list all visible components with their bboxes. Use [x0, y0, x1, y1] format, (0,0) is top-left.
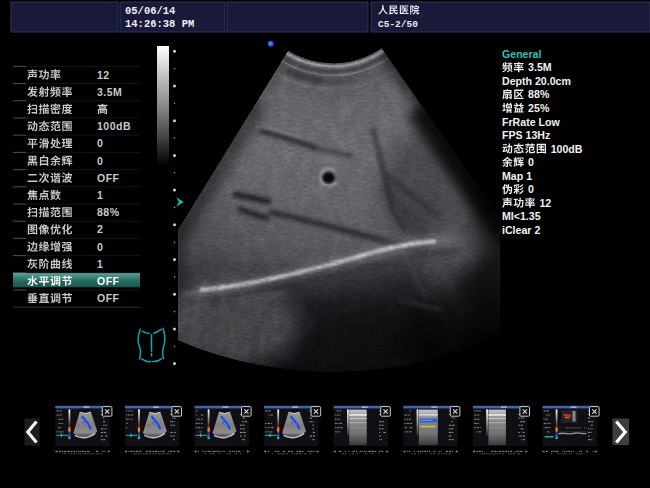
svg-text:1: 1	[97, 189, 103, 201]
svg-text:14:26:38 PM: 14:26:38 PM	[125, 18, 194, 30]
svg-text:12: 12	[97, 69, 110, 81]
svg-text:100dB: 100dB	[97, 120, 131, 132]
svg-text:Depth 20.0cm: Depth 20.0cm	[502, 75, 571, 87]
svg-text:FPS 13Hz: FPS 13Hz	[502, 129, 550, 141]
svg-text:05/06/14: 05/06/14	[125, 5, 175, 17]
svg-text:Map 1: Map 1	[502, 170, 532, 182]
svg-text:1: 1	[97, 258, 103, 270]
svg-text:100dB: 100dB	[551, 143, 583, 155]
svg-text:25%: 25%	[528, 102, 550, 114]
svg-text:General: General	[502, 48, 542, 60]
svg-text:OFF: OFF	[97, 275, 120, 287]
svg-text:88%: 88%	[97, 206, 120, 218]
svg-text:0: 0	[528, 156, 534, 168]
svg-text:0: 0	[97, 137, 103, 149]
svg-text:C5-2/50: C5-2/50	[378, 19, 418, 30]
svg-text:12: 12	[539, 197, 551, 209]
svg-text:OFF: OFF	[97, 292, 120, 304]
svg-text:FrRate Low: FrRate Low	[502, 116, 560, 128]
svg-text:MI<1.35: MI<1.35	[502, 210, 541, 222]
svg-text:88%: 88%	[528, 88, 550, 100]
svg-text:0: 0	[97, 241, 103, 253]
svg-text:iClear 2: iClear 2	[502, 224, 540, 236]
svg-text:3.5M: 3.5M	[528, 61, 552, 73]
svg-text:0: 0	[97, 155, 103, 167]
svg-text:3.5M: 3.5M	[97, 86, 122, 98]
svg-text:OFF: OFF	[97, 172, 120, 184]
svg-text:0: 0	[528, 183, 534, 195]
svg-text:2: 2	[97, 223, 103, 235]
